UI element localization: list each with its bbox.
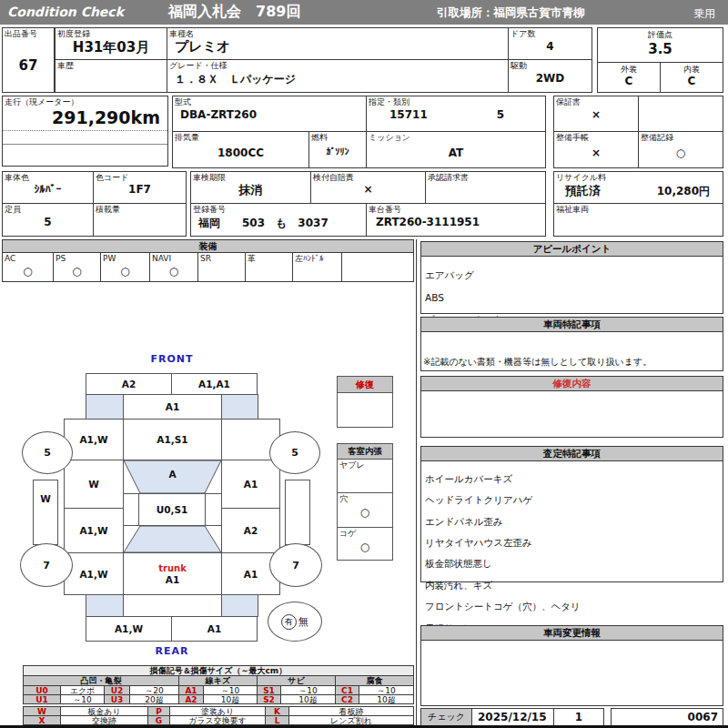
field-displacement: 排気量 1800CC — [172, 131, 309, 168]
assessment-item: 板金部状態悪し — [425, 559, 719, 570]
field-score: 評価点 3.5 — [597, 27, 723, 63]
panel-left-rear-door: A1,W — [64, 508, 124, 553]
section-appeal-points: アピールポイント エアバッグ ABS プッシュスタート 衝突被害軽減ブレーキ バ… — [420, 241, 723, 314]
doors-value: 4 — [509, 40, 592, 53]
panel-front-bumper-left: A2 — [86, 373, 172, 395]
panel-windshield: A — [123, 469, 222, 480]
repair-details-body — [421, 391, 723, 395]
equipment-navi-label: NAVI — [152, 254, 171, 263]
interior-hole-label: 穴 — [339, 494, 348, 503]
assessment-item: 内装汚れ、キズ — [425, 581, 719, 592]
fuel-value: ｶﾞｿﾘﾝ — [309, 147, 366, 157]
assessment-item: ヘッドライトクリアハゲ — [425, 495, 719, 506]
equipment-navi-mark: ○ — [150, 265, 197, 278]
diagram-rear-label: REAR — [86, 645, 258, 657]
assessment-item: ホイールカバーキズ — [425, 474, 719, 485]
field-body-color: 車体色 ｼﾙﾊﾞｰ — [2, 171, 94, 204]
legend-code-g: G — [148, 715, 170, 725]
inspection-value: 抹消 — [191, 182, 310, 198]
legend-row-4: X 交換跡 G ガラス交換要す L レンズ割れ — [23, 715, 414, 725]
panel-cowl: A1,S1 — [123, 419, 222, 460]
field-inspection: 車検期限 抹消 — [190, 171, 311, 204]
presence-no: 無 — [298, 615, 308, 629]
appeal-points-header: アピールポイント — [421, 242, 723, 257]
panel-rear-center — [123, 594, 222, 617]
history-label: 車歴 — [57, 61, 74, 70]
field-maintenance-record: 整備記録 ○ — [638, 131, 723, 168]
equipment-cell-extra — [341, 252, 414, 282]
interior-label: 内装 — [661, 63, 723, 76]
field-mileage: 走行（現メーター） 291,290km — [2, 96, 168, 167]
welfare-label: 福祉車両 — [556, 205, 589, 214]
legend-code-x: X — [23, 715, 61, 725]
interior-row-burn: コゲ ○ — [338, 528, 392, 561]
section-repair-details: 修復内容 — [420, 376, 723, 438]
check-count: 1 — [553, 708, 604, 726]
chassis-number-value: ZRT260-3111951 — [367, 216, 545, 228]
maintenance-book-value: × — [554, 147, 638, 159]
trunk-label: trunk — [158, 563, 187, 574]
grade-label: グレード・仕様 — [169, 61, 228, 70]
interior-trim-header: 客室内張 — [338, 444, 392, 460]
panel-front-corner-left — [86, 394, 124, 420]
registration-number-label: 登録番号 — [193, 205, 226, 214]
brand-logo: Condition Check — [7, 5, 124, 19]
auction-title: 福岡入札会 789回 — [168, 3, 300, 22]
legend-val-s2: 10超 — [281, 694, 336, 704]
legend-val-l: レンズ割れ — [289, 715, 414, 725]
legend-val-g: ガラス交換要す — [170, 715, 266, 725]
equipment-sr-label: SR — [200, 254, 211, 263]
field-exterior-grade: 外装 C — [597, 62, 661, 93]
panel-rear-bumper-right: A1 — [171, 616, 258, 642]
capacity-value: 5 — [3, 216, 93, 228]
color-code-label: 色コード — [96, 173, 128, 182]
displacement-label: 排気量 — [175, 133, 199, 142]
panel-hood: A1 — [123, 394, 222, 420]
legend-code-a2: A2 — [179, 694, 204, 704]
interior-trim-box: 客室内張 ヤブレ 穴 ○ コゲ ○ — [337, 443, 393, 561]
wheel-front-left: 5 — [22, 431, 73, 474]
equipment-ac-label: AC — [5, 254, 15, 263]
color-code-value: 1F7 — [94, 183, 186, 196]
model-name-label: 車種名 — [169, 29, 194, 38]
section-vehicle-notes: 車両特記事項 ※記載のない書類・機器等は無しとして取り扱います。 — [420, 317, 723, 371]
transmission-label: ミッション — [369, 133, 410, 142]
doors-label: ドア数 — [511, 29, 535, 38]
equipment-cell-lhd: 左ﾊﾝﾄﾞﾙ — [292, 252, 342, 282]
panel-front-corner-right — [221, 394, 258, 420]
field-model-code: 型式 DBA-ZRT260 — [172, 96, 367, 132]
check-label: チェック — [420, 708, 472, 726]
assessment-notes-header: 査定特記事項 — [421, 447, 723, 461]
equipment-cell-sr: SR — [197, 252, 246, 282]
exterior-value: C — [598, 75, 660, 87]
change-info-header: 車両変更情報 — [421, 626, 723, 641]
legend-val-u1: ～10 — [61, 694, 105, 704]
model-name-value: プレミオ — [167, 38, 508, 56]
panel-roof: U0,S1 — [138, 493, 206, 526]
class-number-label: 指定・類別 — [369, 97, 410, 106]
assessment-item: フロントシートコゲ（穴）、ヘタリ — [425, 602, 719, 612]
insurance-value: × — [311, 183, 425, 196]
maintenance-record-label: 整備記録 — [641, 133, 673, 142]
legend-code-l: L — [266, 715, 289, 725]
assessment-item: リヤタイヤハウス左歪み — [425, 538, 719, 549]
equipment-leather-label: 革 — [248, 254, 256, 263]
field-warranty-extra — [638, 96, 723, 132]
field-transmission: ミッション AT — [366, 131, 546, 168]
legend-val-a2: 10超 — [204, 694, 258, 704]
legend-code-c2: C2 — [336, 694, 359, 704]
field-class-number: 指定・類別 15711 5 — [366, 96, 546, 132]
panel-right-rear-door: A2 — [221, 508, 280, 553]
repair-flag-header: 修復 — [338, 377, 392, 393]
appeal-item: エアバッグ — [425, 269, 719, 280]
panel-front-bumper-right: A1,A1 — [171, 373, 258, 395]
legend-val-x: 交換跡 — [61, 715, 148, 725]
panel-right-front-door: A1 — [221, 460, 280, 509]
assessment-item: エンドパネル歪み — [425, 517, 719, 528]
transmission-value: AT — [367, 147, 545, 159]
model-code-value: DBA-ZRT260 — [173, 108, 366, 121]
equipment-cell-navi: NAVI ○ — [149, 252, 198, 282]
field-approval: 承認請求書 — [425, 171, 546, 204]
title-bar: Condition Check 福岡入札会 789回 引取場所：福岡県古賀市青柳… — [0, 0, 728, 25]
payload-label: 積載量 — [96, 205, 120, 214]
